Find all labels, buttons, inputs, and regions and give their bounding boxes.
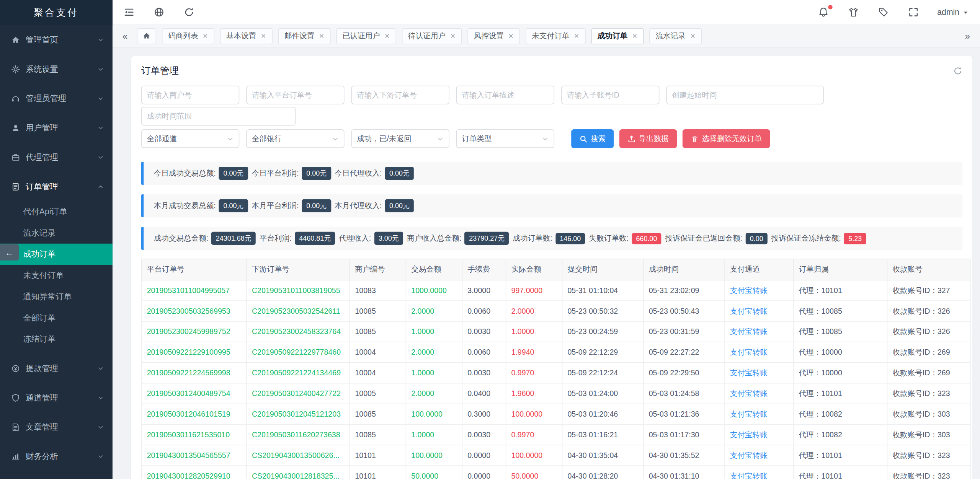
tab[interactable]: 邮件设置 <box>278 28 331 44</box>
theme-icon[interactable] <box>847 6 860 19</box>
bell-icon[interactable] <box>817 6 830 19</box>
close-icon[interactable] <box>319 33 325 39</box>
sidebar-collapse-handle[interactable]: ← <box>0 244 19 260</box>
menu-collapse-icon[interactable] <box>122 6 135 19</box>
cell-success-time: 05-09 22:27:22 <box>644 342 725 363</box>
sidebar-item[interactable]: 管理首页 <box>0 25 113 54</box>
select-value: 全部通道 <box>147 134 177 144</box>
reload-icon[interactable] <box>953 66 962 75</box>
filter-input[interactable] <box>666 86 823 104</box>
sidebar-item-label: 订单管理 <box>26 181 92 192</box>
tab[interactable]: 流水记录 <box>649 28 702 44</box>
cell-fee: 0.0060 <box>462 342 506 363</box>
column-header: 收款账号 <box>887 259 970 280</box>
stat-label: 代理收入: <box>339 233 371 244</box>
sidebar-item[interactable]: 文章管理 <box>0 412 113 442</box>
filter-select[interactable]: 订单类型 <box>456 129 554 148</box>
cell-owner: 代理：10000 <box>794 363 887 383</box>
close-icon[interactable] <box>203 33 208 39</box>
tab[interactable]: 成功订单 <box>591 28 644 44</box>
close-icon[interactable] <box>384 33 390 39</box>
filter-select[interactable]: 成功，已/未返回 <box>351 129 449 148</box>
sidebar-item[interactable]: 管理员管理 <box>0 84 113 113</box>
cell-downstream-order: C20190503012045121203 <box>247 404 350 425</box>
close-icon[interactable] <box>690 33 696 39</box>
tabs-scroll-left[interactable]: « <box>119 31 131 41</box>
delete-invalid-orders-button[interactable]: 选择删除无效订单 <box>683 129 770 148</box>
table-head: 平台订单号下游订单号商户编号交易金额手续费实际金额提交时间成功时间支付通道订单归… <box>142 259 970 280</box>
filter-input[interactable] <box>141 86 239 104</box>
close-icon[interactable] <box>574 33 580 39</box>
close-icon[interactable] <box>632 33 638 39</box>
chevron-down-icon <box>98 125 104 131</box>
tab-home[interactable] <box>137 28 157 44</box>
close-icon[interactable] <box>261 33 266 39</box>
tab[interactable]: 待认证用户 <box>402 28 462 44</box>
submenu-item[interactable]: 代付Api订单 <box>0 201 113 223</box>
tab[interactable]: 风控设置 <box>467 28 520 44</box>
sidebar-item[interactable]: 订单管理 <box>0 172 113 201</box>
filter-input[interactable] <box>351 86 449 104</box>
cell-owner: 代理：10085 <box>794 321 887 342</box>
submenu-item[interactable]: 通知异常订单 <box>0 286 113 308</box>
cell-fee: 0.0030 <box>462 424 506 445</box>
finance-icon <box>11 452 20 461</box>
tabs-scroll-right[interactable]: » <box>961 31 974 41</box>
sidebar-item[interactable]: 代理管理 <box>0 142 113 172</box>
tab[interactable]: 基本设置 <box>220 28 273 44</box>
tag-icon[interactable] <box>877 6 890 19</box>
cell-owner: 代理：10085 <box>794 301 887 321</box>
sidebar-item[interactable]: 系统设置 <box>0 54 113 84</box>
filter-input[interactable] <box>246 86 344 104</box>
cell-owner: 代理：10101 <box>794 383 887 404</box>
filter-input[interactable] <box>456 86 554 104</box>
submenu-item[interactable]: 冻结订单 <box>0 329 113 350</box>
refresh-icon[interactable] <box>183 6 195 19</box>
content: 订单管理 <box>113 47 980 479</box>
tab[interactable]: 码商列表 <box>162 28 214 44</box>
sidebar-item[interactable]: 财务分析 <box>0 442 113 471</box>
orders-table: 平台订单号下游订单号商户编号交易金额手续费实际金额提交时间成功时间支付通道订单归… <box>141 259 971 479</box>
globe-icon[interactable] <box>152 6 165 19</box>
cell-merchant-id: 10085 <box>350 301 406 321</box>
table-body: 20190531011004995057 C201905310110038190… <box>142 280 970 479</box>
filter-select[interactable]: 全部通道 <box>141 129 239 148</box>
cell-downstream-order: CS20190430012818325... <box>247 466 350 479</box>
tab-label: 成功订单 <box>598 31 627 41</box>
search-button[interactable]: 搜索 <box>571 129 614 148</box>
close-icon[interactable] <box>508 33 514 39</box>
sidebar-item[interactable]: 提款管理 <box>0 354 113 383</box>
submenu-item-label: 未支付订单 <box>23 270 64 281</box>
success-time-range-input[interactable] <box>141 107 296 125</box>
fullscreen-icon[interactable] <box>907 6 920 19</box>
home-icon <box>142 32 150 40</box>
submenu-item[interactable]: 未支付订单 <box>0 265 113 286</box>
stat-value-badge: 0.00元 <box>385 199 414 212</box>
cell-amount: 1.0000 <box>406 363 462 383</box>
close-icon[interactable] <box>450 33 456 39</box>
submenu-item-label: 冻结订单 <box>23 334 56 345</box>
tab-label: 码商列表 <box>168 31 198 41</box>
cell-amount: 100.0000 <box>406 445 462 466</box>
sidebar-item-label: 文章管理 <box>26 421 92 432</box>
tab[interactable]: 未支付订单 <box>526 28 586 44</box>
chevron-down-icon <box>98 365 104 371</box>
cell-actual-amount: 0.9970 <box>506 363 562 383</box>
submenu-item[interactable]: 流水记录 <box>0 222 113 244</box>
notification-dot <box>828 5 832 9</box>
column-header: 商户编号 <box>350 259 406 280</box>
user-menu[interactable]: admin <box>937 8 969 17</box>
chevron-down-icon <box>98 154 104 160</box>
tab[interactable]: 已认证用户 <box>336 28 396 44</box>
chevron-down-icon <box>98 424 104 430</box>
filter-select[interactable]: 全部银行 <box>246 129 344 148</box>
submenu-item[interactable]: 全部订单 <box>0 307 113 329</box>
search-icon <box>579 135 587 143</box>
tab-list: 码商列表 基本设置 邮件设置 已认证用户 <box>162 28 702 44</box>
cell-fee: 0.0060 <box>462 301 506 321</box>
sidebar-item[interactable]: 用户管理 <box>0 113 113 143</box>
sidebar-item[interactable]: 通道管理 <box>0 383 113 412</box>
cell-amount: 1.0000 <box>406 424 462 445</box>
export-data-button[interactable]: 导出数据 <box>619 129 677 148</box>
filter-input[interactable] <box>561 86 659 104</box>
